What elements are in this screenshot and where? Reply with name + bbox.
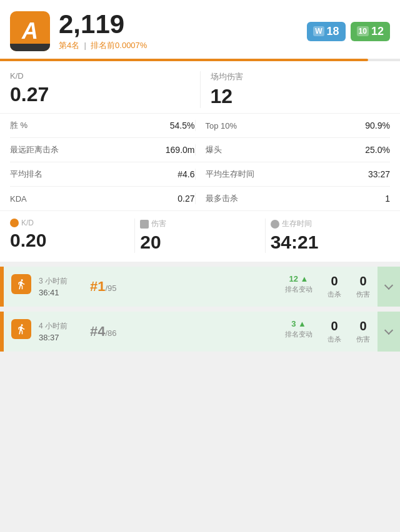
cell-longest-kill: 最远距离击杀 169.0m — [10, 144, 195, 155]
header-left: A 2,119 第4名 | 排名前0.0007% — [10, 11, 147, 51]
avg-damage-label: 场均伤害 — [211, 71, 391, 82]
match-run-icon-1 — [11, 319, 31, 339]
trend-damage-label: 伤害 — [140, 219, 259, 229]
stats-section: K/D 0.27 场均伤害 12 胜 % 54.5% Top 10% 90.9%… — [0, 61, 400, 262]
match-meta-0: 3 小时前 36:41 — [39, 276, 82, 297]
kd-label: K/D — [10, 71, 190, 81]
w-icon: W — [313, 26, 324, 36]
trend-damage: 伤害 20 — [140, 219, 259, 253]
divider — [200, 71, 201, 108]
stats-row-3: KDA 0.27 最多击杀 1 — [10, 187, 390, 210]
match-rank-0: #1/95 — [90, 278, 134, 295]
badge-10-value: 12 — [371, 25, 384, 38]
match-duration-0: 36:41 — [39, 288, 82, 297]
chevron-down-icon-1 — [384, 325, 393, 334]
trend-survival-value: 34:21 — [271, 232, 390, 253]
score-number: 2,119 — [59, 11, 147, 37]
match-stats-right-0: 12 ▲ 排名变动 0 击杀 0 伤害 — [285, 274, 370, 299]
cell-headshot: 爆头 25.0% — [195, 144, 391, 155]
trend-damage-value: 20 — [140, 232, 259, 253]
match-kills-1: 0 击杀 — [328, 319, 341, 344]
match-card-0[interactable]: 3 小时前 36:41 #1/95 12 ▲ 排名变动 0 击杀 0 伤害 — [0, 267, 400, 307]
stats-row-2: 平均排名 #4.6 平均生存时间 33:27 — [10, 162, 390, 187]
trend-kd-label: K/D — [10, 219, 129, 227]
match-stats-right-1: 3 ▲ 排名变动 0 击杀 0 伤害 — [285, 319, 370, 344]
match-chevron-1[interactable] — [378, 312, 400, 352]
match-rank-1: #4/86 — [90, 323, 134, 340]
header: A 2,119 第4名 | 排名前0.0007% W 18 10 12 — [0, 0, 400, 59]
match-content-1: 4 小时前 38:37 #4/86 3 ▲ 排名变动 0 击杀 0 伤害 — [4, 312, 378, 352]
game-icon: A — [10, 11, 50, 51]
cell-kda: KDA 0.27 — [10, 193, 195, 204]
trend-survival-label: 生存时间 — [271, 219, 390, 229]
stats-grid: 胜 % 54.5% Top 10% 90.9% 最远距离击杀 169.0m 爆头… — [0, 113, 400, 210]
trend-kd: K/D 0.20 — [10, 219, 129, 253]
badge-w: W 18 — [307, 22, 345, 41]
badge-10: 10 12 — [351, 22, 390, 41]
match-list: 3 小时前 36:41 #1/95 12 ▲ 排名变动 0 击杀 0 伤害 — [0, 267, 400, 352]
match-meta-1: 4 小时前 38:37 — [39, 321, 82, 342]
damage-icon — [140, 220, 149, 229]
header-badges: W 18 10 12 — [307, 22, 390, 41]
match-time-0: 3 小时前 — [39, 276, 82, 287]
match-rank-change-1: 3 ▲ 排名变动 — [285, 319, 312, 344]
run-icon — [271, 220, 279, 229]
match-rank-change-0: 12 ▲ 排名变动 — [285, 274, 312, 299]
trend-divider-1 — [134, 219, 135, 253]
cell-win-pct: 胜 % 54.5% — [10, 120, 195, 131]
avg-damage-value: 12 — [211, 85, 391, 108]
match-card-1[interactable]: 4 小时前 38:37 #4/86 3 ▲ 排名变动 0 击杀 0 伤害 — [0, 312, 400, 352]
cell-avg-survival: 平均生存时间 33:27 — [195, 169, 391, 180]
match-content-0: 3 小时前 36:41 #1/95 12 ▲ 排名变动 0 击杀 0 伤害 — [4, 267, 378, 307]
kd-value: 0.27 — [10, 83, 190, 106]
badge-w-value: 18 — [327, 25, 339, 38]
score-block: 2,119 第4名 | 排名前0.0007% — [59, 11, 147, 51]
ten-icon: 10 — [357, 26, 369, 36]
stats-trend-row: K/D 0.20 伤害 20 生存时间 34:21 — [0, 210, 400, 262]
match-chevron-0[interactable] — [378, 267, 400, 307]
kd-block: K/D 0.27 — [10, 71, 190, 108]
cell-top10: Top 10% 90.9% — [195, 120, 391, 131]
stats-row-1: 最远距离击杀 169.0m 爆头 25.0% — [10, 138, 390, 162]
match-duration-1: 38:37 — [39, 333, 82, 342]
rank-info: 第4名 | 排名前0.0007% — [59, 40, 147, 51]
trend-survival: 生存时间 34:21 — [271, 219, 390, 253]
avg-damage-block: 场均伤害 12 — [211, 71, 391, 108]
chevron-down-icon — [384, 280, 393, 289]
match-damage-1: 0 伤害 — [356, 319, 370, 344]
stats-top-row: K/D 0.27 场均伤害 12 — [0, 61, 400, 113]
trend-divider-2 — [265, 219, 266, 253]
match-damage-0: 0 伤害 — [356, 274, 370, 299]
crosshair-icon — [10, 219, 19, 227]
trend-kd-value: 0.20 — [10, 230, 129, 251]
stats-row-0: 胜 % 54.5% Top 10% 90.9% — [10, 114, 390, 138]
match-kills-0: 0 击杀 — [328, 274, 341, 299]
cell-avg-rank: 平均排名 #4.6 — [10, 169, 195, 180]
cell-max-kills: 最多击杀 1 — [195, 193, 391, 204]
match-time-1: 4 小时前 — [39, 321, 82, 332]
match-run-icon-0 — [11, 274, 31, 294]
